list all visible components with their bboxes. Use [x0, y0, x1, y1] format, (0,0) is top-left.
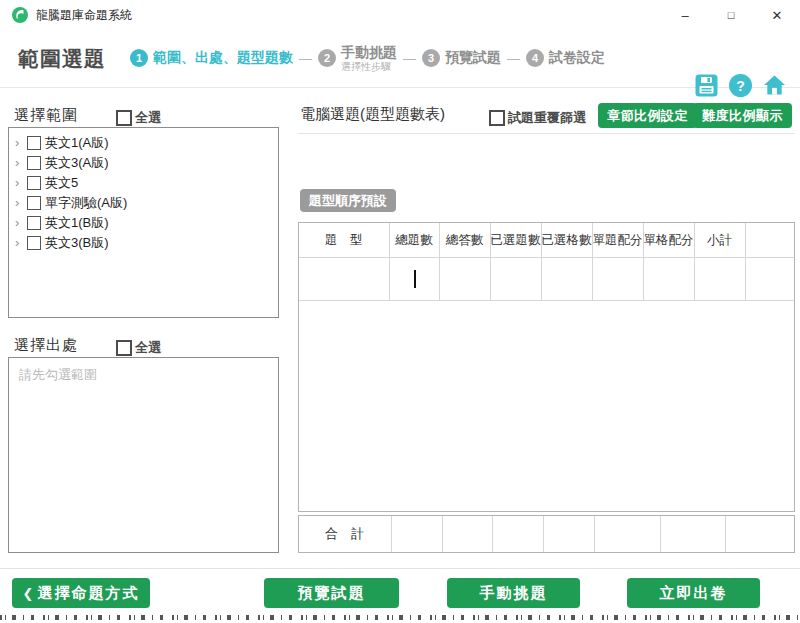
- tree-item-eng1b[interactable]: › 英文1(B版): [9, 213, 278, 233]
- minimize-button[interactable]: –: [662, 0, 708, 30]
- title-bar: 龍騰題庫命題系統 – □ ✕: [0, 0, 800, 30]
- range-section-title: 選擇範圍: [14, 106, 78, 125]
- table-header-row: 題 型 總題數 總答數 已選題數 已選格數 單題配分 單格配分 小計: [299, 223, 794, 258]
- checkbox-icon: [116, 340, 132, 356]
- home-icon[interactable]: [763, 74, 786, 97]
- tree-item-eng5[interactable]: › 英文5: [9, 173, 278, 193]
- checkbox-icon: [116, 110, 132, 126]
- source-list-panel[interactable]: 請先勾選範圍: [8, 357, 279, 553]
- chevron-right-icon[interactable]: ›: [15, 176, 27, 189]
- cell-total-questions-input[interactable]: [389, 258, 439, 301]
- col-header-selected-questions: 已選題數: [490, 223, 541, 258]
- checkbox-icon[interactable]: [27, 216, 41, 230]
- checkbox-icon[interactable]: [27, 176, 41, 190]
- header-action-icons: ?: [695, 74, 786, 97]
- tree-item-eng3a[interactable]: › 英文3(A版): [9, 153, 278, 173]
- tree-item-vocab-a[interactable]: › 單字測驗(A版): [9, 193, 278, 213]
- difficulty-ratio-button[interactable]: 難度比例顯示: [693, 103, 792, 128]
- table-row: [299, 258, 794, 301]
- question-type-order-preset-button[interactable]: 題型順序預設: [300, 189, 396, 212]
- col-header-total-answers: 總答數: [439, 223, 490, 258]
- chevron-right-icon[interactable]: ›: [15, 236, 27, 249]
- back-button-label: 選擇命題方式: [37, 584, 139, 601]
- step-1-number: 1: [130, 49, 148, 67]
- cell-subtotal[interactable]: [694, 258, 745, 301]
- cell-selected-questions[interactable]: [490, 258, 541, 301]
- totals-cell: [543, 516, 594, 552]
- chapter-ratio-button[interactable]: 章節比例設定: [598, 103, 697, 128]
- col-header-subtotal: 小計: [694, 223, 745, 258]
- cell-points-per-blank[interactable]: [643, 258, 694, 301]
- totals-cell: [660, 516, 725, 552]
- help-icon[interactable]: ?: [729, 74, 752, 97]
- step-1-label: 範圍、出處、題型題數: [153, 49, 293, 67]
- svg-text:?: ?: [736, 78, 745, 94]
- back-to-method-button[interactable]: ❮選擇命題方式: [12, 578, 150, 608]
- cell-total-answers[interactable]: [439, 258, 490, 301]
- wizard-steps: 1 範圍、出處、題型題數 — 2 手動挑題 選擇性步驟 — 3 預覽試題 — 4…: [130, 45, 605, 71]
- chevron-right-icon[interactable]: ›: [15, 216, 27, 229]
- tree-item-label: 單字測驗(A版): [45, 194, 127, 212]
- window-title: 龍騰題庫命題系統: [36, 7, 132, 24]
- source-select-all-label: 全選: [135, 339, 161, 357]
- chevron-right-icon[interactable]: ›: [15, 196, 27, 209]
- step-separator: —: [403, 51, 416, 66]
- tree-item-label: 英文5: [45, 174, 78, 192]
- totals-cell: [492, 516, 543, 552]
- totals-label: 合 計: [299, 516, 391, 552]
- range-select-all-checkbox[interactable]: 全選: [116, 109, 161, 127]
- duplicate-filter-checkbox[interactable]: 試題重覆篩選: [489, 109, 586, 127]
- manual-pick-button[interactable]: 手動挑題: [447, 578, 580, 608]
- tree-item-label: 英文3(B版): [45, 234, 109, 252]
- duplicate-filter-label: 試題重覆篩選: [508, 109, 586, 127]
- checkbox-icon[interactable]: [27, 196, 41, 210]
- step-separator: —: [299, 51, 312, 66]
- step-separator: —: [507, 51, 520, 66]
- right-panel-divider: [298, 133, 795, 134]
- col-header-total-questions: 總題數: [389, 223, 439, 258]
- page-title: 範圍選題: [18, 45, 106, 73]
- tree-item-eng3b[interactable]: › 英文3(B版): [9, 233, 278, 253]
- tree-item-label: 英文1(A版): [45, 134, 109, 152]
- save-icon[interactable]: [695, 74, 718, 97]
- source-placeholder-text: 請先勾選範圍: [19, 366, 268, 384]
- app-logo-icon: [12, 7, 28, 23]
- question-type-table: 題 型 總題數 總答數 已選題數 已選格數 單題配分 單格配分 小計: [298, 222, 795, 512]
- computer-pick-title: 電腦選題(題型題數表): [300, 105, 445, 124]
- preview-questions-button[interactable]: 預覽試題: [264, 578, 399, 608]
- checkbox-icon[interactable]: [27, 236, 41, 250]
- step-3-preview[interactable]: 3 預覽試題: [422, 49, 501, 67]
- source-select-all-checkbox[interactable]: 全選: [116, 339, 161, 357]
- close-button[interactable]: ✕: [754, 0, 800, 30]
- step-4-paper-settings[interactable]: 4 試卷設定: [526, 49, 605, 67]
- col-header-points-per-blank: 單格配分: [643, 223, 694, 258]
- tree-item-eng1a[interactable]: › 英文1(A版): [9, 133, 278, 153]
- cell-selected-blanks[interactable]: [541, 258, 592, 301]
- totals-cell: [391, 516, 442, 552]
- range-select-all-label: 全選: [135, 109, 161, 127]
- tree-item-label: 英文3(A版): [45, 154, 109, 172]
- chevron-right-icon[interactable]: ›: [15, 136, 27, 149]
- step-3-label: 預覽試題: [445, 49, 501, 67]
- page-header: 範圍選題 1 範圍、出處、題型題數 — 2 手動挑題 選擇性步驟 — 3 預覽試…: [0, 30, 800, 88]
- text-caret: [414, 270, 416, 288]
- cell-empty[interactable]: [745, 258, 794, 301]
- step-2-manual-pick[interactable]: 2 手動挑題 選擇性步驟: [318, 45, 397, 71]
- cell-points-per-question[interactable]: [592, 258, 643, 301]
- maximize-button[interactable]: □: [708, 0, 754, 30]
- generate-paper-button[interactable]: 立即出卷: [627, 578, 760, 608]
- step-2-sublabel: 選擇性步驟: [341, 61, 397, 72]
- cell-question-type[interactable]: [299, 258, 389, 301]
- step-1-range[interactable]: 1 範圍、出處、題型題數: [130, 49, 293, 67]
- chevron-right-icon[interactable]: ›: [15, 156, 27, 169]
- totals-cell: [594, 516, 660, 552]
- chevron-left-icon: ❮: [23, 586, 34, 601]
- footer-divider: [0, 568, 800, 569]
- col-header-question-type: 題 型: [299, 223, 389, 258]
- checkbox-icon: [489, 110, 505, 126]
- step-2-number: 2: [318, 49, 336, 67]
- totals-cell: [442, 516, 492, 552]
- checkbox-icon[interactable]: [27, 136, 41, 150]
- checkbox-icon[interactable]: [27, 156, 41, 170]
- source-section-title: 選擇出處: [14, 336, 78, 355]
